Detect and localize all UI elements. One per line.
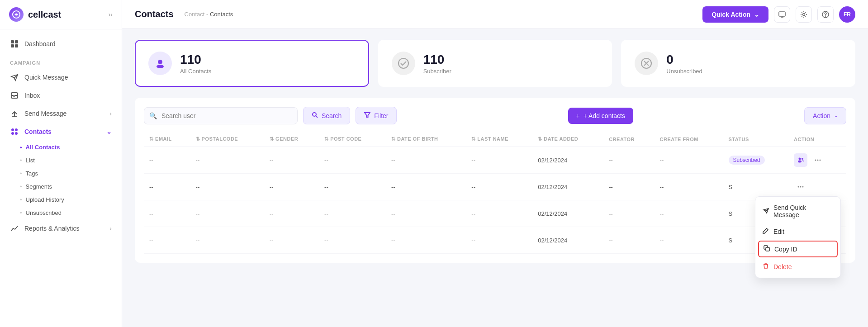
dropdown-copy-id[interactable]: Copy ID: [758, 241, 838, 257]
search-button[interactable]: Search: [303, 107, 350, 124]
sidebar-item-quick-message[interactable]: Quick Message: [0, 68, 122, 86]
add-contacts-plus-icon: +: [576, 112, 580, 119]
logo-text: cellcast: [28, 9, 61, 20]
page-title: Contacts: [135, 9, 174, 19]
table-head: ⇅ EMAIL ⇅ POSTALCODE ⇅ GENDER ⇅ POST COD…: [144, 132, 846, 147]
more-action-btn-2[interactable]: [794, 180, 807, 194]
all-contacts-label: All Contacts: [180, 68, 211, 75]
logo-icon: [9, 7, 24, 22]
col-postalcode[interactable]: ⇅ POSTALCODE: [190, 132, 264, 147]
filter-button[interactable]: Filter: [356, 107, 397, 124]
svg-rect-4: [15, 44, 18, 47]
main-content: 110 All Contacts 110 Subscriber: [122, 29, 868, 327]
table-row: -- -- -- -- -- -- 02/12/2024 -- -- S: [144, 174, 846, 200]
col-creator[interactable]: CREATOR: [603, 132, 654, 147]
add-contacts-button[interactable]: + + Add contacts: [568, 108, 633, 124]
subnav-tags[interactable]: Tags: [20, 167, 122, 180]
contacts-arrow-icon: ⌄: [106, 128, 112, 135]
col-dob[interactable]: ⇅ DATE OF BIRTH: [386, 132, 466, 147]
dropdown-edit[interactable]: Edit: [755, 223, 840, 240]
sort-icon-dob: ⇅: [391, 136, 396, 142]
subnav-upload-history[interactable]: Upload History: [20, 193, 122, 206]
section-campaign-label: CAMPAIGN: [0, 53, 122, 68]
user-avatar[interactable]: FR: [839, 6, 855, 23]
send-message-arrow-icon: ›: [109, 110, 112, 117]
col-lastname[interactable]: ⇅ LAST NAME: [466, 132, 532, 147]
quick-action-button[interactable]: Quick Action ⌄: [702, 6, 768, 23]
subscriber-icon: [392, 52, 415, 75]
table-body: -- -- -- -- -- -- 02/12/2024 -- -- Subsc…: [144, 147, 846, 254]
status-2: S: [729, 184, 733, 190]
svg-point-13: [825, 16, 826, 16]
action-dropdown-menu: Send Quick Message: [755, 196, 841, 278]
subnav-all-contacts-label: All Contacts: [26, 144, 60, 151]
cell-postalcode-2: --: [190, 174, 264, 200]
col-date-added[interactable]: ⇅ DATE ADDED: [532, 132, 603, 147]
subnav-all-contacts[interactable]: All Contacts: [20, 141, 122, 154]
col-email[interactable]: ⇅ EMAIL: [144, 132, 190, 147]
sidebar-item-contacts[interactable]: Contacts ⌄: [0, 123, 122, 141]
sidebar-item-dashboard-label: Dashboard: [24, 40, 56, 47]
settings-icon-button[interactable]: [796, 6, 812, 23]
svg-point-27: [817, 160, 819, 161]
subnav-unsubscribed[interactable]: Unsubscribed: [20, 206, 122, 219]
expand-icon[interactable]: ››: [109, 11, 113, 18]
sidebar-item-inbox[interactable]: Inbox: [0, 86, 122, 104]
stat-card-subscriber[interactable]: 110 Subscriber: [378, 40, 612, 87]
sidebar-nav: Dashboard CAMPAIGN Quick Message: [0, 29, 122, 327]
svg-point-30: [800, 186, 802, 188]
col-postcode[interactable]: ⇅ POST CODE: [319, 132, 386, 147]
sidebar-item-reports[interactable]: Reports & Analytics ›: [0, 219, 122, 237]
stat-info-unsubscribed: 0 Unsubscribed: [666, 52, 702, 75]
cell-postcode-4: --: [319, 227, 386, 254]
sidebar-item-send-message[interactable]: Send Message ›: [0, 104, 122, 123]
col-status[interactable]: STATUS: [723, 132, 789, 147]
sort-icon-postalcode: ⇅: [196, 136, 200, 142]
cell-gender-2: --: [264, 174, 319, 200]
table-row: -- -- -- -- -- -- 02/12/2024 -- -- S: [144, 227, 846, 254]
cell-creator-3: --: [603, 200, 654, 227]
all-contacts-icon: [148, 52, 172, 75]
monitor-icon-button[interactable]: [774, 6, 790, 23]
subnav-unsubscribed-label: Unsubscribed: [26, 209, 62, 216]
filter-icon: [364, 112, 370, 119]
svg-rect-3: [11, 44, 14, 47]
dropdown-send-quick-message[interactable]: Send Quick Message: [755, 199, 840, 223]
unsubscribed-count: 0: [666, 52, 702, 67]
search-input[interactable]: [144, 107, 298, 124]
dropdown-edit-label: Edit: [773, 228, 784, 235]
svg-line-21: [316, 116, 318, 118]
help-icon-button[interactable]: [817, 6, 834, 23]
subnav-list[interactable]: List: [20, 154, 122, 167]
dropdown-delete[interactable]: Delete: [755, 258, 840, 275]
breadcrumb-separator: -: [206, 11, 210, 18]
topbar: Contacts Contact - Contacts Quick Action…: [122, 0, 868, 29]
people-action-btn-1[interactable]: [794, 153, 807, 167]
svg-rect-2: [15, 40, 18, 43]
cell-lastname-1: --: [466, 147, 532, 174]
contacts-icon: [10, 127, 19, 136]
sidebar-item-inbox-label: Inbox: [24, 92, 40, 99]
breadcrumb: Contact - Contacts: [185, 11, 233, 18]
cell-action-2: Send Quick Message: [788, 174, 846, 200]
topbar-actions: Quick Action ⌄: [702, 6, 855, 23]
table-row: -- -- -- -- -- -- 02/12/2024 -- -- Subsc…: [144, 147, 846, 174]
copy-id-icon: [764, 245, 770, 253]
col-gender[interactable]: ⇅ GENDER: [264, 132, 319, 147]
sidebar-item-dashboard[interactable]: Dashboard: [0, 35, 122, 53]
stats-row: 110 All Contacts 110 Subscriber: [135, 40, 855, 87]
dropdown-delete-label: Delete: [773, 263, 792, 270]
col-create-from[interactable]: CREATE FROM: [655, 132, 723, 147]
subnav-segments[interactable]: Segments: [20, 180, 122, 193]
stat-card-all-contacts[interactable]: 110 All Contacts: [135, 40, 369, 87]
more-action-btn-1[interactable]: [811, 153, 825, 167]
cell-postalcode-3: --: [190, 200, 264, 227]
action-button[interactable]: Action ⌄: [804, 107, 846, 124]
stat-card-unsubscribed[interactable]: 0 Unsubscribed: [621, 40, 855, 87]
svg-rect-32: [766, 247, 769, 251]
sort-icon-lastname: ⇅: [471, 136, 476, 142]
cell-postcode-1: --: [319, 147, 386, 174]
search-btn-icon: [312, 112, 318, 119]
cell-date-added-3: 02/12/2024: [532, 200, 603, 227]
sidebar-item-contacts-label: Contacts: [24, 128, 52, 135]
